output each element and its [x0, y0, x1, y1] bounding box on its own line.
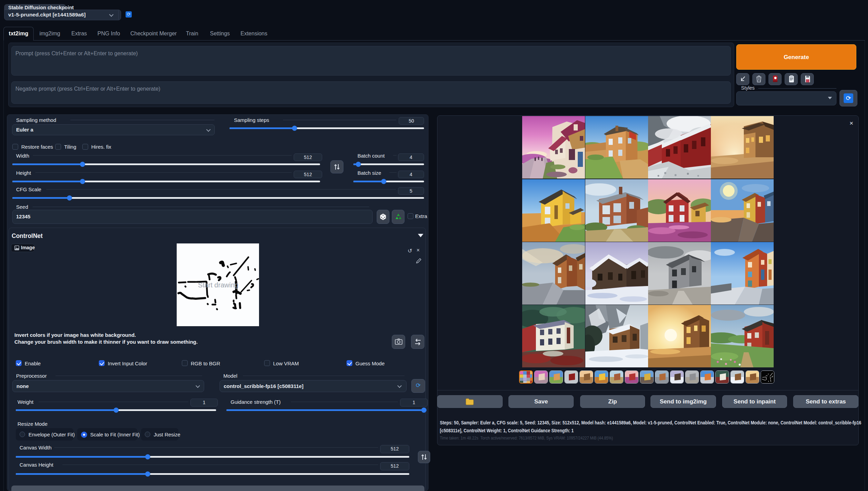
svg-text:Start drawing: Start drawing — [198, 281, 238, 289]
